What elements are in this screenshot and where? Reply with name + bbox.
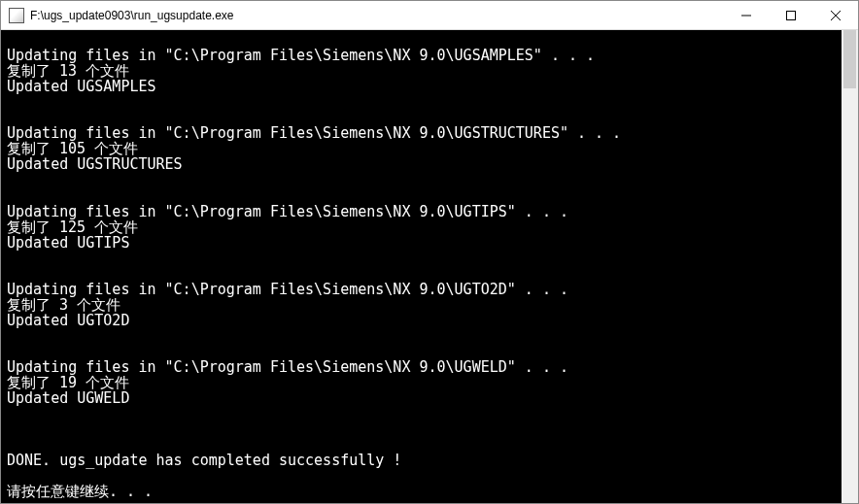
console-area: Updating files in "C:\Program Files\Siem… [1, 30, 858, 503]
window-title: F:\ugs_update0903\run_ugsupdate.exe [30, 9, 724, 22]
minimize-icon [741, 11, 751, 20]
app-icon [9, 8, 24, 23]
titlebar: F:\ugs_update0903\run_ugsupdate.exe [1, 1, 858, 30]
window-controls [724, 1, 858, 29]
close-icon [831, 11, 841, 20]
maximize-icon [786, 11, 796, 20]
svg-rect-1 [787, 11, 796, 19]
console-output[interactable]: Updating files in "C:\Program Files\Siem… [1, 30, 842, 503]
minimize-button[interactable] [724, 1, 769, 29]
close-button[interactable] [813, 1, 858, 29]
maximize-button[interactable] [769, 1, 813, 29]
scrollbar-thumb[interactable] [843, 30, 856, 88]
vertical-scrollbar[interactable] [842, 30, 858, 503]
